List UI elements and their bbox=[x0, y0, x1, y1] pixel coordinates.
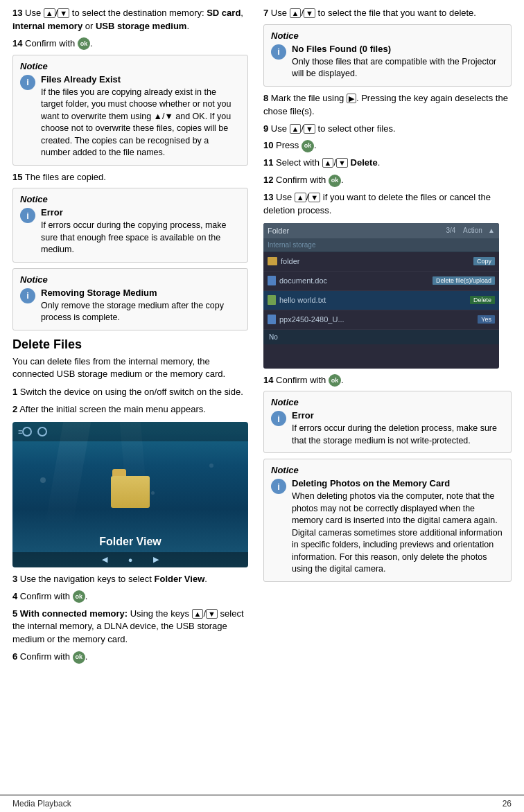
step-6-delete: 6 Confirm with ok. bbox=[12, 651, 248, 664]
info-icon-4: i bbox=[271, 44, 286, 60]
fb-row-txt: hello world.txt Delete bbox=[263, 291, 499, 310]
notice-6-text: When deleting photos via the computer, n… bbox=[292, 491, 504, 576]
step-10-num: 10 bbox=[263, 140, 273, 150]
step-3-num: 3 bbox=[12, 574, 17, 584]
notice-3-content: Removing Storage Medium Only remove the … bbox=[41, 288, 241, 324]
notice-2-label: Notice bbox=[20, 194, 241, 204]
notice-1-label: Notice bbox=[20, 61, 241, 71]
notice-6-content: Deleting Photos on the Memory Card When … bbox=[292, 478, 504, 576]
step-13-left: 13 Use ▲/▼ to select the destination mem… bbox=[12, 7, 248, 33]
fb-row-ppx: ppx2450-2480_U... Yes bbox=[263, 310, 499, 330]
notice-5-content: Error If errors occur during the deletio… bbox=[292, 410, 504, 447]
ok-icon-12: ok bbox=[329, 175, 341, 187]
step-4-delete: 4 Confirm with ok. bbox=[12, 590, 248, 603]
fb-yes-badge: Yes bbox=[478, 315, 495, 324]
notice-error-copy: Notice i Error If errors occur during th… bbox=[12, 188, 248, 263]
folder-view-image: ≡ Folder View ◀ ● ▶ bbox=[12, 422, 248, 567]
notice-files-exist: Notice i Files Already Exist If the file… bbox=[12, 55, 248, 166]
content-area: 13 Use ▲/▼ to select the destination mem… bbox=[0, 0, 524, 795]
notice-3-text: Only remove the storage medium after the… bbox=[41, 300, 241, 324]
ok-icon-1: ok bbox=[78, 37, 90, 50]
notice-4-label: Notice bbox=[271, 30, 504, 41]
right-column: 7 Use ▲/▼ to select the file that you wa… bbox=[256, 7, 524, 795]
footer-right: 26 bbox=[503, 799, 512, 809]
step-8-right: 8 Mark the file using ▶. Pressing the ke… bbox=[263, 92, 512, 118]
notice-4-text: Only those files that are compatible wit… bbox=[292, 56, 504, 80]
fb-row-folder: folder Copy bbox=[263, 252, 499, 272]
step-7-right: 7 Use ▲/▼ to select the file that you wa… bbox=[263, 7, 512, 20]
step-9-num: 9 bbox=[263, 123, 268, 134]
delete-files-title: Delete Files bbox=[12, 337, 248, 352]
fv-home-icon bbox=[37, 427, 47, 436]
step-12-num: 12 bbox=[263, 175, 273, 185]
notice-2-title: Error bbox=[41, 207, 241, 218]
folder-view-label: Folder View bbox=[12, 536, 248, 548]
fb-page-indicator: 3/4 bbox=[446, 227, 456, 234]
page-footer: Media Playback 26 bbox=[0, 795, 524, 812]
fv-nav-2: ● bbox=[128, 556, 133, 564]
ok-icon-4: ok bbox=[73, 590, 85, 603]
notice-3-label: Notice bbox=[20, 274, 241, 285]
step-13-num-r: 13 bbox=[263, 192, 273, 202]
fb-delete-badge2: Delete bbox=[470, 296, 495, 304]
step-13-right: 13 Use ▲/▼ if you want to delete the fil… bbox=[263, 191, 512, 218]
notice-2-content: Error If errors occur during the copying… bbox=[41, 207, 241, 256]
file-browser-image: Folder 3/4 Action ▲ Internal storage bbox=[263, 223, 499, 369]
notice-3-title: Removing Storage Medium bbox=[41, 288, 241, 298]
fv-settings-icon bbox=[22, 427, 32, 436]
notice-1-title: Files Already Exist bbox=[41, 74, 241, 85]
info-icon-2: i bbox=[20, 208, 35, 223]
fb-doc-icon bbox=[268, 276, 276, 285]
delete-files-intro: You can delete files from the internal m… bbox=[12, 355, 248, 380]
step-15-left: 15 The files are copied. bbox=[12, 171, 248, 184]
step-14-num: 14 bbox=[12, 38, 22, 48]
step-15-text: The files are copied. bbox=[25, 172, 106, 182]
fb-row-folder-name: folder bbox=[281, 257, 473, 265]
notice-error-delete: Notice i Error If errors occur during th… bbox=[263, 391, 512, 453]
fb-copy-badge: Copy bbox=[473, 257, 495, 265]
step-10-right: 10 Press ok. bbox=[263, 139, 512, 152]
fb-txt-icon bbox=[268, 295, 276, 305]
notice-5-text: If errors occur during the deletion proc… bbox=[292, 423, 504, 447]
step-13-num: 13 bbox=[12, 8, 22, 18]
folder-view-top-bar: ≡ bbox=[12, 422, 248, 441]
fb-row-doc-name: document.doc bbox=[279, 276, 433, 285]
step-2-num: 2 bbox=[12, 404, 17, 414]
step-5-num: 5 bbox=[12, 608, 17, 619]
notice-1-text: If the files you are copying already exi… bbox=[41, 87, 241, 159]
fb-action-label: Action bbox=[463, 227, 482, 234]
fb-title-right: 3/4 Action ▲ bbox=[446, 227, 496, 234]
step-6-num: 6 bbox=[12, 651, 17, 662]
step-7-num: 7 bbox=[263, 8, 268, 18]
fb-ppx-icon bbox=[268, 315, 276, 324]
ok-icon-14: ok bbox=[329, 374, 341, 387]
fb-delete-badge: Delete file(s)/upload bbox=[433, 276, 495, 285]
step-3-delete: 3 Use the navigation keys to select Fold… bbox=[12, 573, 248, 586]
step-2-delete: 2 After the initial screen the main menu… bbox=[12, 403, 248, 416]
step-14-left: 14 Confirm with ok. bbox=[12, 37, 248, 51]
fv-nav-1: ◀ bbox=[102, 555, 107, 564]
fb-yes-no-row: No bbox=[263, 330, 499, 344]
notice-6-label: Notice bbox=[271, 465, 504, 475]
step-4-num: 4 bbox=[12, 591, 17, 601]
step-14-num-r: 14 bbox=[263, 375, 273, 385]
fv-top-icons bbox=[22, 427, 47, 436]
step-1-delete: 1 Switch the device on using the on/off … bbox=[12, 386, 248, 399]
step-5-delete: 5 With connected memory: Using the keys … bbox=[12, 608, 248, 647]
step-15-num: 15 bbox=[12, 172, 22, 182]
fb-title-text: Folder bbox=[268, 227, 289, 235]
fv-nav-3: ▶ bbox=[153, 555, 159, 564]
notice-remove-medium: Notice i Removing Storage Medium Only re… bbox=[12, 268, 248, 330]
step-12-right: 12 Confirm with ok. bbox=[263, 174, 512, 187]
info-icon-6: i bbox=[271, 479, 286, 494]
fb-folder-icon bbox=[268, 257, 277, 265]
step-11-right: 11 Select with ▲/▼ Delete. bbox=[263, 157, 512, 170]
fb-no-label: No bbox=[269, 333, 278, 341]
fv-folder-tab bbox=[112, 469, 126, 476]
fb-row-ppx-name: ppx2450-2480_U... bbox=[279, 315, 478, 324]
fv-folder-container bbox=[111, 469, 150, 508]
info-icon-5: i bbox=[271, 411, 286, 426]
left-column: 13 Use ▲/▼ to select the destination mem… bbox=[0, 7, 256, 795]
step-14-right: 14 Confirm with ok. bbox=[263, 374, 512, 387]
ok-icon-10: ok bbox=[302, 140, 314, 152]
